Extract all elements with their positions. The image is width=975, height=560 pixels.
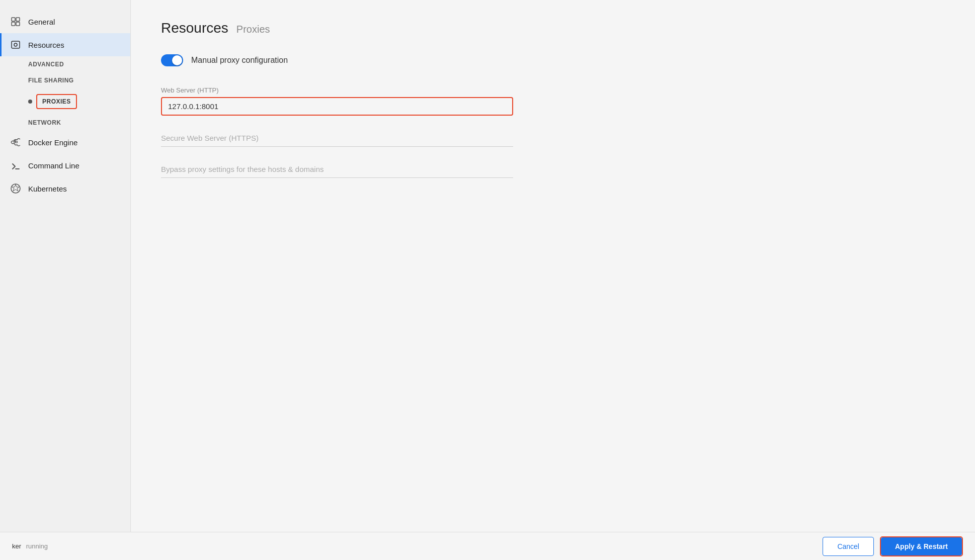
svg-rect-1 (16, 18, 20, 21)
http-label: Web Server (HTTP) (161, 86, 513, 94)
svg-rect-2 (12, 22, 15, 26)
http-field-group: Web Server (HTTP) (161, 86, 513, 116)
status-text: running (26, 542, 48, 550)
sidebar-item-resources[interactable]: Resources (0, 33, 130, 56)
https-field-group (161, 130, 513, 147)
svg-rect-0 (12, 18, 15, 21)
cancel-button[interactable]: Cancel (823, 537, 874, 556)
general-icon (10, 16, 21, 27)
svg-rect-7 (16, 141, 18, 143)
apply-restart-button[interactable]: Apply & Restart (881, 537, 962, 555)
action-buttons: Cancel Apply & Restart (823, 536, 963, 556)
main-content: Resources Proxies Manual proxy configura… (131, 0, 975, 532)
bottom-bar: ker running Cancel Apply & Restart (0, 532, 975, 560)
svg-marker-11 (12, 184, 19, 191)
proxy-form: Web Server (HTTP) (161, 86, 513, 178)
sidebar: General Resources ADVANCED FILE SHARING (0, 0, 131, 532)
sidebar-sub-network[interactable]: NETWORK (28, 115, 130, 131)
kubernetes-label: Kubernetes (28, 184, 67, 193)
sidebar-item-general[interactable]: General (0, 10, 130, 33)
page-subtitle: Proxies (236, 24, 270, 35)
resources-label: Resources (28, 41, 64, 49)
sidebar-sub-advanced[interactable]: ADVANCED (28, 56, 130, 72)
general-label: General (28, 18, 55, 26)
proxies-highlight-box: PROXIES (36, 94, 77, 109)
bypass-field-group (161, 161, 513, 178)
sidebar-item-docker-engine[interactable]: Docker Engine (0, 131, 130, 154)
https-input[interactable] (161, 130, 513, 147)
sidebar-sub-proxies[interactable]: PROXIES (28, 88, 130, 115)
sidebar-item-kubernetes[interactable]: Kubernetes (0, 177, 130, 200)
apply-button-wrapper: Apply & Restart (880, 536, 963, 556)
manual-proxy-toggle[interactable] (161, 54, 183, 66)
svg-point-10 (11, 184, 20, 193)
page-header: Resources Proxies (161, 20, 945, 36)
sidebar-sub-file-sharing[interactable]: FILE SHARING (28, 72, 130, 88)
svg-rect-4 (12, 41, 20, 48)
sidebar-item-command-line[interactable]: Command Line (0, 154, 130, 177)
app-name: ker (12, 542, 21, 550)
status-area: ker running (12, 542, 48, 550)
http-input[interactable] (161, 97, 513, 116)
bypass-input[interactable] (161, 161, 513, 178)
toggle-thumb (172, 55, 182, 65)
manual-proxy-toggle-row: Manual proxy configuration (161, 54, 945, 66)
command-line-label: Command Line (28, 161, 79, 170)
toggle-label: Manual proxy configuration (191, 56, 288, 65)
docker-engine-label: Docker Engine (28, 138, 77, 147)
page-title: Resources (161, 20, 228, 36)
svg-rect-3 (16, 22, 20, 26)
resources-icon (10, 39, 21, 50)
svg-point-5 (14, 43, 17, 46)
active-dot (28, 100, 32, 104)
command-line-icon (10, 160, 21, 171)
docker-icon (10, 137, 21, 148)
resources-sub-menu: ADVANCED FILE SHARING PROXIES NETWORK (0, 56, 130, 131)
kubernetes-icon (10, 183, 21, 194)
